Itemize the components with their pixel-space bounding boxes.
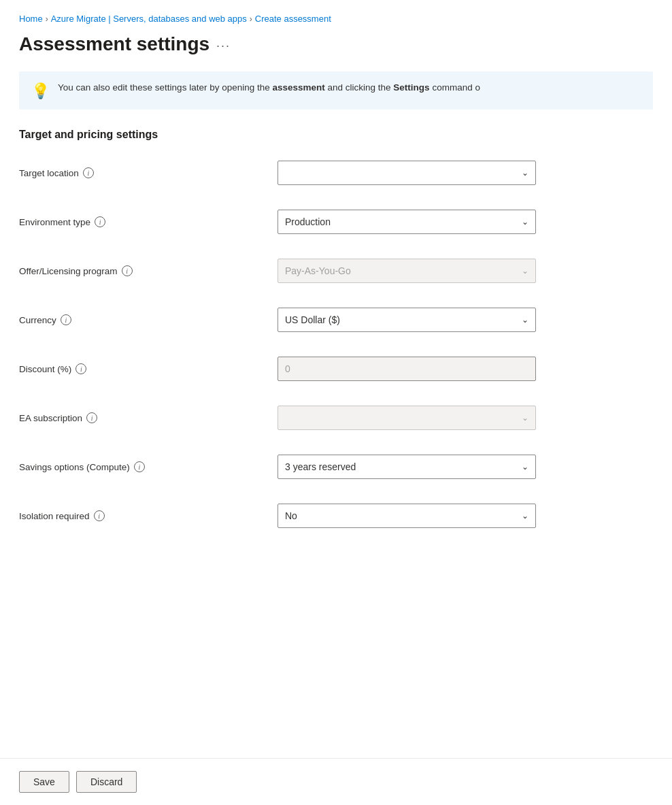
chevron-down-icon: ⌄ (522, 462, 528, 472)
breadcrumb-azure-migrate[interactable]: Azure Migrate | Servers, databases and w… (51, 14, 247, 24)
more-options-button[interactable]: ··· (216, 39, 231, 53)
field-discount: Discount (%) i (19, 352, 550, 386)
dropdown-currency[interactable]: US Dollar ($) ⌄ (278, 308, 536, 332)
label-environment-type: Environment type i (19, 216, 278, 227)
chevron-down-icon: ⌄ (522, 217, 528, 227)
footer: Save Discard (0, 758, 672, 805)
dropdown-offer-licensing-value: Pay-As-You-Go (285, 265, 351, 276)
dropdown-savings-options[interactable]: 3 years reserved ⌄ (278, 455, 536, 479)
info-icon-target-location[interactable]: i (83, 167, 94, 178)
discard-button[interactable]: Discard (76, 771, 137, 793)
chevron-down-icon: ⌄ (522, 511, 528, 521)
field-offer-licensing: Offer/Licensing program i Pay-As-You-Go … (19, 254, 550, 288)
chevron-down-icon: ⌄ (522, 168, 528, 178)
info-icon-discount[interactable]: i (75, 363, 86, 374)
dropdown-savings-options-value: 3 years reserved (285, 461, 356, 472)
breadcrumb: Home › Azure Migrate | Servers, database… (19, 14, 653, 24)
chevron-down-icon: ⌄ (522, 413, 528, 423)
dropdown-isolation-required-value: No (285, 510, 297, 521)
info-icon-ea-subscription[interactable]: i (86, 412, 97, 423)
section-title: Target and pricing settings (19, 129, 550, 141)
info-banner-text: You can also edit these settings later b… (58, 81, 480, 95)
input-discount[interactable] (278, 357, 536, 381)
breadcrumb-sep-1: › (46, 14, 48, 24)
dropdown-ea-subscription: ⌄ (278, 406, 536, 430)
save-button[interactable]: Save (19, 771, 69, 793)
field-target-location: Target location i ⌄ (19, 156, 550, 190)
info-icon-savings-options[interactable]: i (134, 461, 145, 472)
chevron-down-icon: ⌄ (522, 315, 528, 325)
info-icon-environment-type[interactable]: i (95, 216, 105, 227)
label-ea-subscription: EA subscription i (19, 412, 278, 423)
label-target-location: Target location i (19, 167, 278, 178)
lightbulb-icon: 💡 (31, 82, 50, 100)
field-ea-subscription: EA subscription i ⌄ (19, 401, 550, 435)
breadcrumb-sep-2: › (250, 14, 252, 24)
label-offer-licensing: Offer/Licensing program i (19, 265, 278, 276)
info-icon-isolation-required[interactable]: i (94, 510, 105, 521)
breadcrumb-create-assessment[interactable]: Create assessment (255, 14, 331, 24)
field-savings-options: Savings options (Compute) i 3 years rese… (19, 450, 550, 484)
label-isolation-required: Isolation required i (19, 510, 278, 521)
info-banner: 💡 You can also edit these settings later… (19, 71, 653, 110)
dropdown-target-location[interactable]: ⌄ (278, 161, 536, 185)
dropdown-environment-type[interactable]: Production ⌄ (278, 210, 536, 234)
field-currency: Currency i US Dollar ($) ⌄ (19, 303, 550, 337)
label-currency: Currency i (19, 314, 278, 325)
breadcrumb-home[interactable]: Home (19, 14, 43, 24)
field-isolation-required: Isolation required i No ⌄ (19, 499, 550, 533)
field-environment-type: Environment type i Production ⌄ (19, 205, 550, 239)
dropdown-currency-value: US Dollar ($) (285, 314, 340, 325)
chevron-down-icon: ⌄ (522, 266, 528, 276)
label-discount: Discount (%) i (19, 363, 278, 374)
dropdown-offer-licensing: Pay-As-You-Go ⌄ (278, 259, 536, 283)
info-icon-offer-licensing[interactable]: i (122, 265, 133, 276)
page-title: Assessment settings (19, 33, 209, 55)
dropdown-environment-type-value: Production (285, 216, 331, 227)
info-icon-currency[interactable]: i (61, 314, 71, 325)
dropdown-isolation-required[interactable]: No ⌄ (278, 504, 536, 528)
label-savings-options: Savings options (Compute) i (19, 461, 278, 472)
